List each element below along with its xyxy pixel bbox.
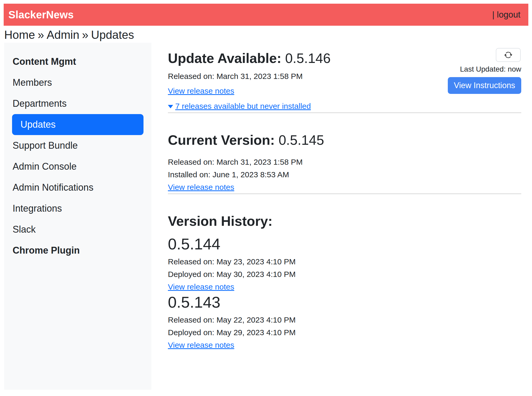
breadcrumb-separator: » — [38, 28, 44, 41]
breadcrumb: Home»Admin»Updates — [4, 28, 134, 41]
divider — [168, 113, 521, 113]
sidebar-item-label: Members — [13, 77, 52, 88]
current-released-on: Released on: March 31, 2023 1:58 PM — [168, 156, 521, 168]
update-available-section: Update Available: 0.5.146 Released on: M… — [168, 50, 521, 113]
update-released-on: Released on: March 31, 2023 1:58 PM — [168, 70, 331, 83]
current-version-title: Current Version: 0.5.145 — [168, 132, 521, 148]
entry-version-number: 0.5.144 — [168, 236, 521, 253]
sidebar-item-admin-notifications[interactable]: Admin Notifications — [4, 177, 151, 198]
entry-deployed-on: Deployed on: May 29, 2023 4:10 PM — [168, 326, 521, 339]
sidebar: Content Mgmt Members Departments Updates… — [4, 43, 151, 390]
sidebar-item-label: Integrations — [13, 203, 62, 214]
main-content: Update Available: 0.5.146 Released on: M… — [168, 43, 521, 351]
releases-notice-label: 7 releases available but never installed — [175, 102, 311, 110]
page: SlackerNews | logout Home»Admin»Updates … — [0, 0, 532, 396]
sidebar-item-label: Chrome Plugin — [13, 245, 80, 256]
version-history-section: Version History: 0.5.144 Released on: Ma… — [168, 213, 521, 351]
update-available-version: 0.5.146 — [285, 51, 331, 66]
refresh-button[interactable] — [496, 48, 521, 62]
entry-deployed-on: Deployed on: May 30, 2023 4:10 PM — [168, 268, 521, 281]
sidebar-item-departments[interactable]: Departments — [4, 93, 151, 114]
update-available-info: Update Available: 0.5.146 Released on: M… — [168, 50, 331, 113]
sidebar-item-label: Content Mgmt — [13, 56, 76, 67]
sidebar-item-label: Admin Console — [13, 161, 77, 172]
sidebar-nav: Content Mgmt Members Departments Updates… — [4, 51, 151, 261]
arrow-repeat-icon — [504, 51, 512, 59]
entry-released-on: Released on: May 23, 2023 4:10 PM — [168, 255, 521, 268]
sidebar-item-chrome-plugin[interactable]: Chrome Plugin — [4, 240, 151, 261]
current-version-section: Current Version: 0.5.145 Released on: Ma… — [168, 132, 521, 193]
entry-release-notes-link[interactable]: View release notes — [168, 282, 234, 291]
sidebar-item-updates[interactable]: Updates — [12, 114, 143, 135]
update-available-label: Update Available: — [168, 51, 281, 66]
entry-released-on: Released on: May 22, 2023 4:10 PM — [168, 314, 521, 326]
header-bar: SlackerNews | logout — [4, 4, 528, 26]
version-history-title: Version History: — [168, 213, 521, 229]
sidebar-item-content-mgmt[interactable]: Content Mgmt — [4, 51, 151, 72]
breadcrumb-home[interactable]: Home — [4, 28, 35, 41]
version-history-entry: 0.5.143 Released on: May 22, 2023 4:10 P… — [168, 294, 521, 351]
sidebar-item-label: Admin Notifications — [13, 182, 93, 193]
sidebar-item-admin-console[interactable]: Admin Console — [4, 156, 151, 177]
sidebar-item-support-bundle[interactable]: Support Bundle — [4, 135, 151, 156]
version-history-list: 0.5.144 Released on: May 23, 2023 4:10 P… — [168, 236, 521, 351]
sidebar-item-label: Support Bundle — [13, 140, 78, 151]
entry-release-notes-link[interactable]: View release notes — [168, 341, 234, 349]
breadcrumb-updates[interactable]: Updates — [91, 28, 134, 41]
breadcrumb-admin[interactable]: Admin — [47, 28, 79, 41]
version-history-entry: 0.5.144 Released on: May 23, 2023 4:10 P… — [168, 236, 521, 293]
update-available-title: Update Available: 0.5.146 — [168, 50, 331, 66]
sidebar-item-label: Slack — [13, 224, 36, 235]
current-installed-on: Installed on: June 1, 2023 8:53 AM — [168, 168, 521, 181]
update-release-notes-link[interactable]: View release notes — [168, 87, 234, 95]
sidebar-item-members[interactable]: Members — [4, 72, 151, 93]
current-version-label: Current Version: — [168, 132, 275, 148]
sidebar-item-integrations[interactable]: Integrations — [4, 198, 151, 219]
update-actions: Last Updated: now View Instructions — [448, 48, 521, 94]
logout-link[interactable]: | logout — [492, 10, 520, 20]
brand-title[interactable]: SlackerNews — [8, 9, 74, 21]
divider — [168, 194, 521, 194]
sidebar-item-label: Departments — [13, 98, 67, 109]
current-release-notes-link[interactable]: View release notes — [168, 183, 234, 191]
caret-down-icon — [168, 105, 173, 108]
releases-toggle-link[interactable]: 7 releases available but never installed — [168, 100, 311, 113]
sidebar-item-slack[interactable]: Slack — [4, 219, 151, 240]
view-instructions-button[interactable]: View Instructions — [448, 77, 521, 94]
breadcrumb-separator: » — [82, 28, 88, 41]
last-updated-text: Last Updated: now — [460, 65, 522, 73]
sidebar-item-label: Updates — [20, 119, 56, 130]
current-version-number: 0.5.145 — [279, 132, 324, 148]
entry-version-number: 0.5.143 — [168, 294, 521, 311]
